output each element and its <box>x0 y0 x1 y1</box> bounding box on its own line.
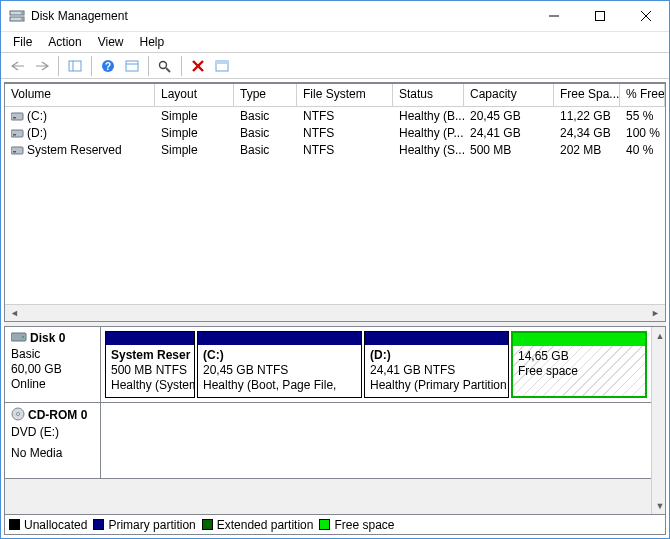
scroll-up-icon[interactable]: ▲ <box>652 328 666 343</box>
volume-name: (D:) <box>27 126 47 140</box>
scroll-down-icon[interactable]: ▼ <box>652 498 666 513</box>
volume-row[interactable]: (D:)SimpleBasicNTFSHealthy (P...24,41 GB… <box>5 124 665 141</box>
volume-layout: Simple <box>155 109 234 123</box>
partition-status: Healthy (System <box>111 378 189 393</box>
minimize-button[interactable] <box>531 1 577 31</box>
volume-name: (C:) <box>27 109 47 123</box>
volume-row[interactable]: (C:)SimpleBasicNTFSHealthy (B...20,45 GB… <box>5 107 665 124</box>
partition[interactable]: (D:)24,41 GB NTFSHealthy (Primary Partit… <box>364 331 509 398</box>
delete-button[interactable] <box>187 55 209 77</box>
toolbar-separator <box>181 56 182 76</box>
cdrom-0-status: No Media <box>11 446 94 461</box>
show-hide-tree-button[interactable] <box>64 55 86 77</box>
legend-swatch-primary <box>93 519 104 530</box>
legend-swatch-extended <box>202 519 213 530</box>
menubar: File Action View Help <box>1 31 669 52</box>
volume-type: Basic <box>234 109 297 123</box>
forward-button[interactable] <box>31 55 53 77</box>
svg-line-15 <box>166 68 170 72</box>
menu-file[interactable]: File <box>5 34 40 50</box>
col-free-space[interactable]: Free Spa... <box>554 84 620 107</box>
cdrom-0-row[interactable]: CD-ROM 0 DVD (E:) No Media <box>5 403 651 479</box>
cdrom-0-info[interactable]: CD-ROM 0 DVD (E:) No Media <box>5 403 101 478</box>
partition-size: 20,45 GB NTFS <box>203 363 356 378</box>
volume-row[interactable]: System ReservedSimpleBasicNTFSHealthy (S… <box>5 141 665 158</box>
volume-percent-free: 40 % <box>620 143 665 157</box>
svg-rect-20 <box>11 113 23 120</box>
volume-fs: NTFS <box>297 109 393 123</box>
partition-label: (D:) <box>370 348 503 363</box>
volume-layout: Simple <box>155 126 234 140</box>
scroll-left-icon[interactable]: ◄ <box>6 306 23 321</box>
col-status[interactable]: Status <box>393 84 464 107</box>
partition-color-strip <box>513 333 645 346</box>
help-button[interactable]: ? <box>97 55 119 77</box>
drive-icon <box>11 145 24 155</box>
col-file-system[interactable]: File System <box>297 84 393 107</box>
partition-free-space[interactable]: 14,65 GBFree space <box>511 331 647 398</box>
graphical-view-pane: Disk 0 Basic 60,00 GB Online System Rese… <box>4 327 666 535</box>
volume-capacity: 20,45 GB <box>464 109 554 123</box>
disk-0-row[interactable]: Disk 0 Basic 60,00 GB Online System Rese… <box>5 327 651 403</box>
disk-0-type: Basic <box>11 347 94 362</box>
svg-rect-22 <box>11 130 23 137</box>
volume-layout: Simple <box>155 143 234 157</box>
graphical-empty-area <box>5 479 651 514</box>
col-type[interactable]: Type <box>234 84 297 107</box>
cdrom-0-type: DVD (E:) <box>11 425 94 440</box>
col-capacity[interactable]: Capacity <box>464 84 554 107</box>
volume-capacity: 24,41 GB <box>464 126 554 140</box>
disk-icon <box>11 331 27 347</box>
disk-0-name: Disk 0 <box>30 331 65 345</box>
refresh-button[interactable] <box>154 55 176 77</box>
disk-0-partitions: System Reser500 MB NTFSHealthy (System(C… <box>101 327 651 402</box>
back-button[interactable] <box>7 55 29 77</box>
partition[interactable]: System Reser500 MB NTFSHealthy (System <box>105 331 195 398</box>
col-percent-free[interactable]: % Free <box>620 84 665 107</box>
disk-0-info[interactable]: Disk 0 Basic 60,00 GB Online <box>5 327 101 402</box>
volume-status: Healthy (B... <box>393 109 464 123</box>
horizontal-scrollbar[interactable]: ◄ ► <box>5 304 665 321</box>
cdrom-0-name: CD-ROM 0 <box>28 408 87 422</box>
settings-button[interactable] <box>121 55 143 77</box>
svg-point-27 <box>22 336 24 338</box>
volume-free: 11,22 GB <box>554 109 620 123</box>
legend-free: Free space <box>319 518 394 532</box>
legend-primary: Primary partition <box>93 518 195 532</box>
partition-status: Healthy (Primary Partition <box>370 378 503 393</box>
volume-header-row: Volume Layout Type File System Status Ca… <box>5 84 665 107</box>
menu-help[interactable]: Help <box>132 34 173 50</box>
partition-size: 500 MB NTFS <box>111 363 189 378</box>
menu-view[interactable]: View <box>90 34 132 50</box>
close-button[interactable] <box>623 1 669 31</box>
volume-type: Basic <box>234 126 297 140</box>
titlebar[interactable]: Disk Management <box>1 1 669 31</box>
svg-rect-21 <box>13 117 16 119</box>
svg-point-29 <box>17 413 20 416</box>
partition-color-strip <box>106 332 194 345</box>
maximize-button[interactable] <box>577 1 623 31</box>
partition-color-strip <box>365 332 508 345</box>
partition[interactable]: (C:)20,45 GB NTFSHealthy (Boot, Page Fil… <box>197 331 362 398</box>
svg-text:?: ? <box>105 61 111 72</box>
col-layout[interactable]: Layout <box>155 84 234 107</box>
partition-status: Free space <box>518 364 640 379</box>
vertical-scrollbar[interactable]: ▲ ▼ <box>651 327 665 514</box>
scroll-right-icon[interactable]: ► <box>647 306 664 321</box>
volume-table[interactable]: Volume Layout Type File System Status Ca… <box>5 84 665 304</box>
legend-swatch-free <box>319 519 330 530</box>
partition-status: Healthy (Boot, Page File, <box>203 378 356 393</box>
toolbar-separator <box>91 56 92 76</box>
disk-management-icon <box>9 8 25 24</box>
partition-color-strip <box>198 332 361 345</box>
volume-percent-free: 100 % <box>620 126 665 140</box>
menu-action[interactable]: Action <box>40 34 89 50</box>
legend-extended: Extended partition <box>202 518 314 532</box>
volume-status: Healthy (P... <box>393 126 464 140</box>
cdrom-0-partitions <box>101 403 651 478</box>
col-volume[interactable]: Volume <box>5 84 155 107</box>
partition-size: 24,41 GB NTFS <box>370 363 503 378</box>
cdrom-icon <box>11 407 25 425</box>
svg-rect-19 <box>216 61 228 64</box>
properties-button[interactable] <box>211 55 233 77</box>
